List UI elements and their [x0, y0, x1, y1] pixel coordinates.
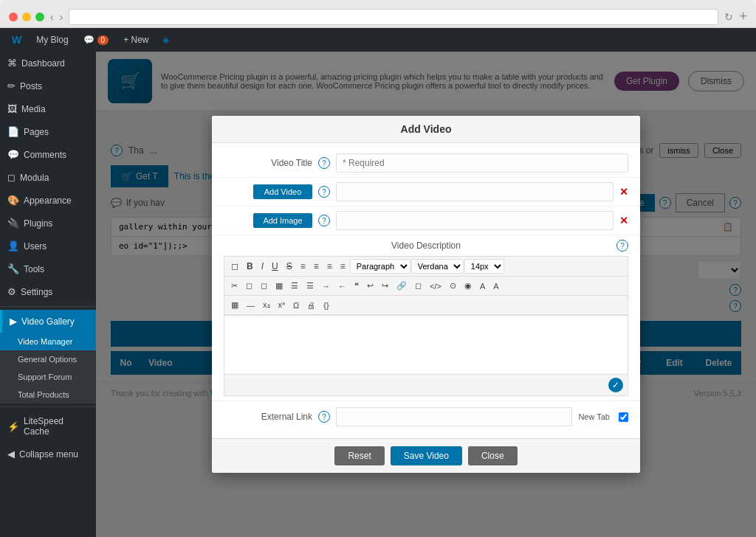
tb-bold[interactable]: B [243, 259, 257, 274]
sidebar-item-dashboard[interactable]: ⌘ Dashboard [0, 52, 96, 75]
sidebar-media-label: Media [21, 104, 46, 114]
tb-special-chars[interactable]: Ω [289, 299, 303, 312]
tb-sub[interactable]: x₂ [259, 298, 274, 312]
add-image-help-icon[interactable]: ? [318, 215, 330, 226]
tb-paste[interactable]: ◻ [257, 279, 271, 293]
video-title-row: Video Title ? [212, 149, 640, 178]
editor-footer: ✓ [224, 375, 628, 396]
tb-table[interactable]: ▦ [272, 279, 286, 293]
tb-sup[interactable]: xᵃ [275, 298, 289, 312]
video-title-input[interactable] [336, 153, 628, 173]
sidebar-item-media[interactable]: 🖼 Media [0, 97, 96, 120]
tb-indent[interactable]: → [318, 280, 334, 293]
ext-link-input[interactable] [336, 407, 572, 426]
support-forum-label: Support Forum [18, 373, 72, 381]
minimize-traffic-light[interactable] [22, 13, 31, 21]
delete-image-icon[interactable]: ✕ [619, 215, 628, 226]
tb-italic[interactable]: I [258, 259, 267, 274]
sidebar-item-comments[interactable]: 💬 Comments [0, 143, 96, 166]
tb-paragraph-select[interactable]: Paragraph [350, 259, 410, 274]
tb-template[interactable]: {} [320, 299, 332, 312]
tb-align-right[interactable]: ≡ [323, 259, 336, 274]
sidebar-item-users[interactable]: 👤 Users [0, 235, 96, 257]
sidebar-item-general-options[interactable]: General Options [0, 350, 96, 368]
modal-overlay[interactable]: Add Video Video Title ? Ad [96, 52, 756, 537]
tb-preview[interactable]: ◉ [461, 279, 475, 293]
tb-source[interactable]: </> [426, 280, 445, 293]
reload-button[interactable]: ↻ [724, 11, 733, 23]
forward-button[interactable]: › [60, 11, 63, 23]
delete-video-icon[interactable]: ✕ [619, 186, 628, 198]
new-tab-label: New Tab [578, 412, 610, 421]
tb-anchor[interactable]: ◻ [411, 279, 425, 293]
close-traffic-light[interactable] [9, 13, 18, 21]
tb-undo[interactable]: ↩ [363, 279, 377, 293]
tb-bg-color[interactable]: A [489, 280, 502, 293]
tb-print[interactable]: 🖨 [303, 299, 319, 312]
tb-date[interactable]: ⊙ [446, 279, 460, 293]
new-tab-button[interactable]: + [739, 9, 747, 24]
new-item[interactable]: + New [117, 28, 154, 52]
url-bar[interactable] [69, 9, 718, 25]
video-gallery-icon: ▶ [10, 316, 17, 327]
add-video-help-icon[interactable]: ? [318, 186, 330, 198]
tb-hr[interactable]: — [243, 299, 258, 312]
add-image-url-input[interactable] [336, 211, 614, 230]
tb-redo[interactable]: ↪ [378, 279, 392, 293]
tb-table2[interactable]: ▦ [227, 298, 242, 312]
sidebar-item-video-manager[interactable]: Video Manager [0, 333, 96, 350]
sidebar-item-tools[interactable]: 🔧 Tools [0, 257, 96, 280]
wp-logo-item[interactable]: W [6, 28, 27, 52]
tb-justify[interactable]: ≡ [337, 259, 349, 274]
tb-link[interactable]: 🔗 [393, 279, 410, 293]
editor-confirm-button[interactable]: ✓ [608, 378, 623, 392]
sidebar-item-modula[interactable]: ◻ Modula [0, 166, 96, 189]
tb-align-center[interactable]: ≡ [310, 259, 323, 274]
back-button[interactable]: ‹ [50, 11, 54, 23]
tb-font-select[interactable]: Verdana [411, 259, 464, 274]
my-blog-item[interactable]: My Blog [30, 28, 74, 52]
desc-help-icon[interactable]: ? [616, 240, 628, 252]
tb-cut[interactable]: ✂ [227, 279, 241, 293]
tb-align-left[interactable]: ≡ [297, 259, 309, 274]
comments-icon: 💬 [7, 149, 19, 160]
admin-bar: W My Blog 💬 0 + New ◈ [0, 28, 756, 52]
add-video-form-button[interactable]: Add Video [253, 184, 312, 199]
new-tab-checkbox[interactable] [619, 412, 628, 422]
add-video-url-input[interactable] [336, 182, 614, 201]
wp-logo-icon: W [12, 34, 21, 46]
sidebar-item-settings[interactable]: ⚙ Settings [0, 280, 96, 303]
editor-content[interactable] [224, 316, 628, 375]
sidebar-item-pages[interactable]: 📄 Pages [0, 120, 96, 143]
tb-font-color[interactable]: A [476, 280, 489, 293]
tb-outdent[interactable]: ← [334, 280, 350, 293]
comment-icon: 💬 [83, 35, 94, 45]
add-image-button[interactable]: Add Image [253, 213, 312, 228]
comments-item[interactable]: 💬 0 [78, 28, 115, 52]
video-title-help-icon[interactable]: ? [318, 157, 330, 169]
litespeed-icon: ⚡ [7, 421, 19, 432]
maximize-traffic-light[interactable] [35, 13, 44, 21]
tb-blockquote[interactable]: ❝ [351, 279, 362, 293]
sidebar-item-total-products[interactable]: Total Products [0, 386, 96, 403]
tb-strikethrough[interactable]: S [283, 259, 296, 274]
reset-button[interactable]: Reset [334, 446, 384, 465]
save-video-button[interactable]: Save Video [391, 446, 462, 465]
sidebar-litespeed-label: LiteSpeed Cache [24, 416, 89, 437]
sidebar-item-plugins[interactable]: 🔌 Plugins [0, 212, 96, 235]
sidebar-item-posts[interactable]: ✏ Posts [0, 75, 96, 97]
sidebar-item-video-gallery[interactable]: ▶ Video Gallery [0, 310, 96, 333]
sidebar-item-support-forum[interactable]: Support Forum [0, 368, 96, 386]
tb-new-doc[interactable]: ◻ [227, 259, 242, 274]
tb-size-select[interactable]: 14px [464, 259, 504, 274]
tb-list-unordered[interactable]: ☰ [303, 279, 317, 293]
sidebar-item-appearance[interactable]: 🎨 Appearance [0, 189, 96, 212]
ext-link-help-icon[interactable]: ? [318, 411, 330, 423]
sidebar-item-litespeed[interactable]: ⚡ LiteSpeed Cache [0, 410, 96, 443]
tb-list-ordered[interactable]: ☰ [287, 279, 302, 293]
tb-underline[interactable]: U [268, 259, 282, 274]
sidebar-item-collapse[interactable]: ◀ Collapse menu [0, 443, 96, 465]
close-modal-button[interactable]: Close [468, 446, 518, 465]
tb-copy[interactable]: ◻ [242, 279, 256, 293]
customize-item[interactable]: ◈ [158, 28, 173, 52]
